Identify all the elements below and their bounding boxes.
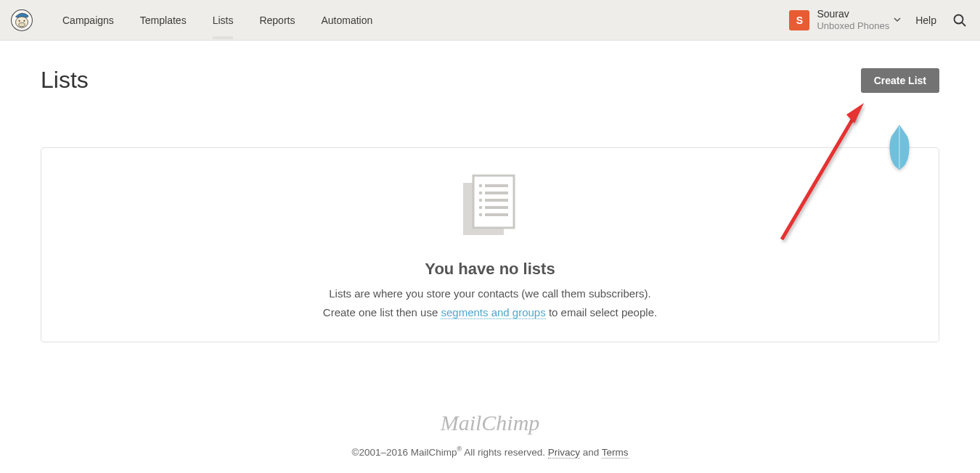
svg-rect-14 bbox=[485, 199, 508, 202]
user-avatar[interactable]: S bbox=[789, 10, 809, 30]
search-icon[interactable] bbox=[952, 13, 967, 28]
nav-templates[interactable]: Templates bbox=[127, 1, 200, 39]
segments-groups-link[interactable]: segments and groups bbox=[441, 306, 545, 319]
footer-copy-a: ©2001–2016 MailChimp bbox=[351, 447, 457, 458]
footer-copyright: ©2001–2016 MailChimp® All rights reserve… bbox=[41, 445, 939, 458]
svg-point-4 bbox=[19, 22, 25, 26]
svg-point-2 bbox=[19, 20, 20, 21]
svg-line-6 bbox=[962, 22, 965, 26]
svg-point-17 bbox=[479, 213, 483, 217]
main-nav: Campaigns Templates Lists Reports Automa… bbox=[49, 1, 385, 39]
footer: MailChimp ©2001–2016 MailChimp® All righ… bbox=[41, 411, 939, 473]
user-menu[interactable]: Sourav Unboxed Phones bbox=[817, 8, 889, 31]
user-name: Sourav bbox=[817, 8, 889, 20]
empty-line-1: Lists are where you store your contacts … bbox=[56, 284, 924, 303]
nav-campaigns[interactable]: Campaigns bbox=[49, 1, 127, 39]
svg-rect-18 bbox=[485, 213, 508, 216]
svg-rect-10 bbox=[485, 184, 508, 187]
privacy-link[interactable]: Privacy bbox=[548, 447, 580, 458]
lists-empty-icon bbox=[459, 173, 521, 241]
page-title: Lists bbox=[41, 67, 89, 94]
svg-point-11 bbox=[479, 192, 483, 195]
chevron-down-icon[interactable] bbox=[894, 16, 901, 25]
svg-rect-12 bbox=[485, 192, 508, 194]
terms-link[interactable]: Terms bbox=[602, 447, 629, 458]
empty-title: You have no lists bbox=[56, 260, 924, 279]
svg-rect-16 bbox=[485, 206, 508, 209]
page-header: Lists Create List bbox=[41, 41, 939, 108]
svg-point-5 bbox=[955, 15, 963, 23]
nav-lists[interactable]: Lists bbox=[200, 1, 247, 39]
top-bar: Campaigns Templates Lists Reports Automa… bbox=[0, 0, 980, 41]
svg-point-3 bbox=[23, 20, 25, 21]
create-list-button[interactable]: Create List bbox=[861, 68, 939, 93]
footer-copy-b: All rights reserved. bbox=[462, 447, 548, 458]
empty-line-2b: to email select people. bbox=[546, 306, 657, 318]
page-content: Lists Create List You have no lists List… bbox=[0, 41, 980, 473]
footer-logo: MailChimp bbox=[41, 411, 939, 435]
svg-point-9 bbox=[479, 184, 483, 188]
footer-and: and bbox=[580, 447, 602, 458]
empty-line-2: Create one list then use segments and gr… bbox=[56, 303, 924, 322]
help-link[interactable]: Help bbox=[915, 15, 936, 26]
empty-state-card: You have no lists Lists are where you st… bbox=[41, 147, 939, 342]
svg-point-15 bbox=[479, 206, 483, 210]
mailchimp-logo[interactable] bbox=[7, 6, 36, 35]
nav-automation[interactable]: Automation bbox=[308, 1, 385, 39]
svg-point-13 bbox=[479, 199, 483, 202]
user-org: Unboxed Phones bbox=[817, 20, 889, 32]
nav-reports[interactable]: Reports bbox=[246, 1, 308, 39]
empty-line-2a: Create one list then use bbox=[323, 306, 441, 318]
